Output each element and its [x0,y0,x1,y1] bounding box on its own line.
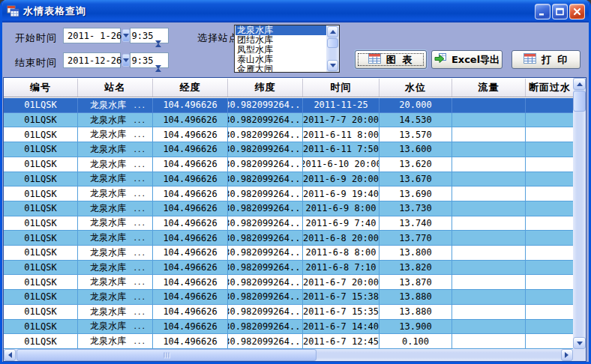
column-header-time[interactable]: 时间 [303,79,380,97]
app-window: 水情表格查询 开始时间 2011- 1-26 9:35 结束时间 [0,0,591,364]
table-row[interactable]: 01LQSK 龙泉水库... 104.496626 30.982099264..… [4,98,574,113]
table-row[interactable]: 01LQSK 龙泉水库... 104.496626 30.982099264..… [4,157,574,172]
table-row[interactable]: 01LQSK 龙泉水库... 104.496626 30.982099264..… [4,127,574,142]
column-header-level[interactable]: 水位 [380,79,452,97]
table-row[interactable]: 01LQSK 龙泉水库... 104.496626 30.982099264..… [4,201,574,216]
excel-export-icon [434,53,446,66]
minimize-button[interactable] [535,4,550,19]
station-option[interactable]: 金雁大闸 [236,64,326,72]
column-header-flow[interactable]: 流量 [452,79,526,97]
grid-header: 编号 站名 经度 纬度 时间 水位 流量 断面过水 [4,78,574,97]
scroll-up-icon[interactable] [573,78,586,90]
column-header-id[interactable]: 编号 [4,79,78,97]
scroll-up-icon[interactable] [327,26,338,37]
filter-panel: 开始时间 2011- 1-26 9:35 结束时间 2011-12-26 9:3… [2,22,589,362]
grid-vertical-scrollbar[interactable] [573,78,586,349]
window-title: 水情表格查询 [23,4,535,18]
table-row[interactable]: 01LQSK 龙泉水库... 104.496626 30.982099264..… [4,142,574,157]
start-date-picker[interactable]: 2011- 1-26 [63,28,121,43]
print-button-label: 打 印 [542,53,569,67]
scrollbar-thumb[interactable] [16,349,316,361]
table-row[interactable]: 01LQSK 龙泉水库... 104.496626 30.982099264..… [4,231,574,246]
scrollbar-thumb[interactable] [573,91,586,112]
scroll-down-icon[interactable] [327,60,338,71]
table-row[interactable]: 01LQSK 龙泉水库... 104.496626 30.982099264..… [4,334,574,349]
end-date-value: 2011-12-26 [64,55,122,66]
table-row[interactable]: 01LQSK 龙泉水库... 104.496626 30.982099264..… [4,275,574,290]
station-list-items: 龙泉水库团结水库凤型水库泰山水库金雁大闸 [236,25,326,72]
scrollbar-corner [573,349,586,361]
table-row[interactable]: 01LQSK 龙泉水库... 104.496626 30.982099264..… [4,261,574,276]
end-date-picker[interactable]: 2011-12-26 [63,52,121,68]
table-row[interactable]: 01LQSK 龙泉水库... 104.496626 30.982099264..… [4,305,574,320]
end-time-label: 结束时间 [15,56,57,70]
start-date-value: 2011- 1-26 [64,31,122,41]
excel-export-button[interactable]: Excel导出 [431,50,502,69]
chevron-down-icon[interactable] [122,29,130,42]
scroll-left-icon[interactable] [4,349,16,361]
chevron-down-icon[interactable] [122,54,130,67]
table-row[interactable]: 01LQSK 龙泉水库... 104.496626 30.982099264..… [4,246,574,261]
grid-horizontal-scrollbar[interactable] [4,349,573,361]
column-header-section[interactable]: 断面过水 [526,79,574,97]
chart-button[interactable]: 图 表 [355,50,427,69]
grid-rows: 01LQSK 龙泉水库... 104.496626 30.982099264..… [4,98,574,349]
chart-button-label: 图 表 [386,53,414,67]
scroll-right-icon[interactable] [561,349,573,361]
table-row[interactable]: 01LQSK 龙泉水库... 104.496626 30.982099264..… [4,216,574,231]
scroll-down-icon[interactable] [573,337,586,349]
excel-button-label: Excel导出 [452,53,500,67]
table-row[interactable]: 01LQSK 龙泉水库... 104.496626 30.982099264..… [4,113,574,128]
end-time-spinner[interactable]: 9:35 [130,52,169,68]
table-row[interactable]: 01LQSK 龙泉水库... 104.496626 30.982099264..… [4,172,574,187]
start-time-label: 开始时间 [15,31,57,45]
maximize-button[interactable] [552,4,568,19]
column-header-longitude[interactable]: 经度 [153,79,228,97]
data-grid: 编号 站名 经度 纬度 时间 水位 流量 断面过水 01LQSK 龙泉水库...… [3,77,586,362]
table-icon [524,53,536,66]
app-icon [7,5,20,17]
table-icon [368,53,381,66]
station-label: 选择站点 [197,31,239,45]
table-row[interactable]: 01LQSK 龙泉水库... 104.496626 30.982099264..… [4,186,574,201]
column-header-station[interactable]: 站名 [78,79,153,97]
column-header-latitude[interactable]: 纬度 [228,79,303,97]
listbox-scrollbar[interactable] [326,25,339,72]
print-button[interactable]: 打 印 [512,50,580,69]
station-listbox[interactable]: 龙泉水库团结水库凤型水库泰山水库金雁大闸 [234,25,340,73]
start-time-value: 9:35 [130,28,154,43]
close-icon[interactable] [569,4,585,19]
start-time-spinner[interactable]: 9:35 [130,28,169,43]
table-row[interactable]: 01LQSK 龙泉水库... 104.496626 30.982099264..… [4,290,574,305]
scrollbar-thumb[interactable] [327,38,338,48]
table-row[interactable]: 01LQSK 龙泉水库... 104.496626 30.982099264..… [4,320,574,335]
end-time-value: 9:35 [130,53,154,67]
titlebar[interactable]: 水情表格查询 [0,0,591,22]
